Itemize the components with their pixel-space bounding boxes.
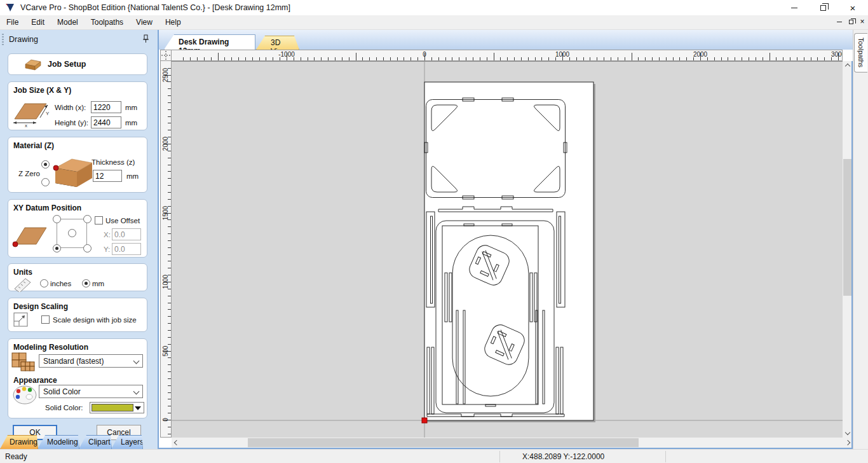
thickness-label: Thickness (z) bbox=[92, 158, 135, 166]
status-bar: Ready X:488.2089 Y:-122.0000 bbox=[0, 449, 868, 463]
z-zero-bottom-radio[interactable] bbox=[41, 178, 50, 186]
material-block-image bbox=[50, 154, 95, 191]
palette-icon bbox=[12, 384, 37, 405]
z-zero-top-radio[interactable] bbox=[41, 160, 50, 169]
job-setup-label: Job Setup bbox=[48, 60, 86, 69]
mm-radio[interactable] bbox=[82, 279, 90, 287]
svg-text:Y: Y bbox=[46, 111, 50, 116]
chevron-right-icon bbox=[845, 440, 850, 445]
ruler-corner-box bbox=[160, 50, 172, 61]
datum-tr-radio[interactable] bbox=[83, 215, 92, 223]
tab-clipart[interactable]: Clipart bbox=[79, 435, 112, 449]
origin-marker[interactable] bbox=[422, 418, 427, 423]
scroll-left-button[interactable] bbox=[172, 438, 182, 448]
offset-y-input[interactable] bbox=[112, 243, 141, 255]
inches-label: inches bbox=[50, 280, 71, 287]
datum-bl-radio[interactable] bbox=[53, 244, 61, 252]
restore-icon bbox=[820, 5, 826, 11]
chevron-up-icon bbox=[845, 64, 850, 69]
vertical-ruler: 25002000150010005000 bbox=[160, 61, 172, 438]
job-size-section: Job Size (X & Y) x Y Width (x): mm Heigh… bbox=[8, 81, 147, 130]
menu-help[interactable]: Help bbox=[159, 16, 187, 29]
menu-view[interactable]: View bbox=[130, 16, 159, 29]
design-scaling-title: Design Scaling bbox=[13, 302, 68, 311]
status-ready: Ready bbox=[5, 452, 27, 461]
design-scaling-section: Design Scaling Scale design with job siz… bbox=[8, 298, 147, 332]
mm-label: mm bbox=[92, 280, 104, 287]
vertical-scroll-thumb[interactable] bbox=[843, 159, 852, 296]
drawing-panel: Drawing Job Setup Job Size (X & Y) x Y W… bbox=[0, 30, 158, 449]
title-bar: VCarve Pro - ShopBot Edition {National T… bbox=[0, 0, 868, 15]
mdi-minimize-button[interactable] bbox=[834, 17, 844, 27]
mdi-close-button[interactable]: × bbox=[857, 17, 867, 27]
datum-tl-radio[interactable] bbox=[53, 215, 61, 223]
wood-block-icon bbox=[24, 59, 43, 71]
menu-model[interactable]: Model bbox=[51, 16, 85, 29]
chevron-down-icon bbox=[845, 430, 850, 435]
tab-layers[interactable]: Layers bbox=[111, 435, 143, 449]
resolution-select[interactable]: Standard (fastest) bbox=[39, 354, 143, 368]
datum-center-radio[interactable] bbox=[68, 229, 76, 237]
units-title: Units bbox=[13, 268, 32, 277]
width-input[interactable] bbox=[91, 101, 121, 113]
pin-icon[interactable] bbox=[141, 34, 150, 43]
offset-x-input[interactable] bbox=[112, 228, 141, 240]
height-label: Height (y): bbox=[55, 119, 88, 127]
scale-design-label: Scale design with job size bbox=[53, 316, 137, 324]
appearance-value: Solid Color bbox=[43, 387, 81, 396]
menu-file[interactable]: File bbox=[0, 16, 25, 29]
thickness-input[interactable] bbox=[93, 170, 122, 182]
resolution-value: Standard (fastest) bbox=[43, 357, 104, 366]
solid-color-swatch[interactable] bbox=[90, 402, 144, 413]
menu-toolpaths[interactable]: Toolpaths bbox=[85, 16, 130, 29]
scale-design-checkbox[interactable] bbox=[41, 315, 50, 324]
svg-text:x: x bbox=[25, 123, 27, 128]
material-title: Material (Z) bbox=[13, 141, 54, 150]
solid-color-label: Solid Color: bbox=[45, 404, 83, 411]
horizontal-scrollbar[interactable] bbox=[172, 438, 853, 448]
window-title: VCarve Pro - ShopBot Edition {National T… bbox=[20, 3, 290, 12]
drawing-viewport[interactable] bbox=[172, 61, 843, 438]
modeling-appearance-section: Modeling Resolution Standard (fastest) A… bbox=[8, 338, 147, 418]
tab-modeling[interactable]: Modeling bbox=[37, 435, 79, 449]
minimize-button[interactable] bbox=[783, 0, 805, 15]
inches-radio[interactable] bbox=[40, 279, 48, 287]
side-tab-bar: Drawing Modeling Clipart Layers bbox=[0, 435, 158, 449]
horizontal-scroll-thumb[interactable] bbox=[248, 438, 639, 447]
tab-drawing[interactable]: Drawing bbox=[0, 435, 38, 449]
height-input[interactable] bbox=[91, 116, 121, 128]
panel-header: Drawing bbox=[0, 30, 158, 50]
appearance-select[interactable]: Solid Color bbox=[39, 385, 143, 398]
splitter[interactable] bbox=[158, 30, 159, 449]
job-setup-button[interactable]: Job Setup bbox=[8, 53, 147, 75]
status-separator bbox=[499, 451, 500, 462]
job-size-title: Job Size (X & Y) bbox=[13, 86, 71, 95]
restore-button[interactable] bbox=[812, 0, 834, 15]
status-separator bbox=[665, 451, 666, 462]
panel-title: Drawing bbox=[9, 35, 38, 44]
datum-br-radio[interactable] bbox=[83, 244, 92, 252]
cursor-coordinates: X:488.2089 Y:-122.0000 bbox=[522, 452, 604, 461]
mdi-restore-icon bbox=[849, 20, 853, 24]
material-section: Material (Z) Z Zero Thickness (z) mm bbox=[8, 137, 147, 193]
dock-grip[interactable] bbox=[2, 34, 4, 46]
menu-bar: File Edit Model Toolpaths View Help bbox=[0, 15, 868, 30]
toolpaths-tab[interactable]: Toolpaths bbox=[854, 33, 867, 73]
datum-sheet-icon bbox=[11, 221, 49, 251]
ruler-icon bbox=[13, 277, 35, 292]
z-zero-label: Z Zero bbox=[18, 170, 40, 177]
menu-edit[interactable]: Edit bbox=[25, 16, 51, 29]
toolpaths-strip bbox=[853, 30, 868, 449]
use-offset-label: Use Offset bbox=[105, 217, 140, 225]
drawing-canvas bbox=[172, 62, 843, 438]
tab-3d-view[interactable]: 3D View bbox=[256, 36, 299, 50]
mdi-restore-button[interactable] bbox=[846, 17, 856, 27]
use-offset-checkbox[interactable] bbox=[95, 216, 103, 225]
horizontal-ruler: -10000100020003000 bbox=[172, 50, 843, 61]
xy-datum-title: XY Datum Position bbox=[13, 204, 81, 212]
swatch-dropdown-icon bbox=[135, 406, 141, 410]
tab-desk-drawing[interactable]: Desk Drawing 12mm bbox=[164, 34, 255, 50]
crosshair-icon bbox=[161, 50, 171, 60]
document-tab-bar: Desk Drawing 12mm 3D View bbox=[159, 30, 853, 50]
close-button[interactable]: × bbox=[842, 0, 864, 15]
